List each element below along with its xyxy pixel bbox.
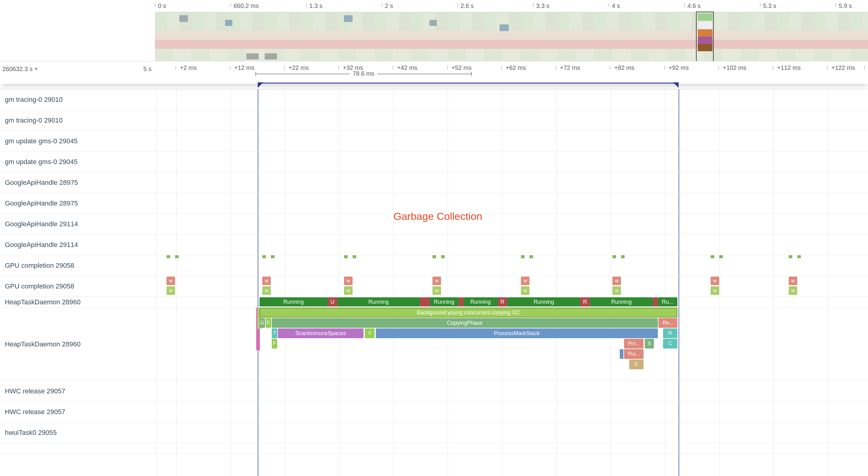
slice-w[interactable]: w [711,286,719,295]
zoom-tick: +102 ms [719,64,746,71]
slice-state-running[interactable]: Running [430,297,459,307]
track-row-heap-daemon-flame[interactable]: HeapTaskDaemon 28960 Background young co… [0,308,868,381]
track-row-heap-daemon-state[interactable]: HeapTaskDaemon 28960 RunningURunningRunn… [0,297,868,308]
slice[interactable]: G [259,318,265,328]
overview-minimap[interactable] [155,12,868,61]
slice-w[interactable]: w [432,277,441,285]
slice[interactable]: E [629,359,644,369]
slice-w[interactable]: w [789,277,797,285]
track-row-gpu-completion[interactable]: GPU completion 29058 [0,255,868,276]
slice-tick[interactable] [344,255,348,258]
slice-tick[interactable] [262,255,266,258]
slice-state-other[interactable]: R [580,297,590,307]
slice-tick[interactable] [613,255,616,258]
slice-tick[interactable] [621,255,625,258]
slice-tick[interactable] [271,255,275,258]
track-label: GoogleApiHandle 28975 [5,179,78,187]
track-row[interactable]: gm update gms-0 29045 [0,131,868,152]
slice-state-running[interactable]: Running [464,297,498,307]
track-row[interactable]: gm tracing-0 29010 [0,89,868,110]
slice-state-other[interactable] [653,297,658,307]
slice-w[interactable]: w [344,286,352,295]
slice[interactable]: T [272,328,277,338]
trace-viewer[interactable]: 0 s 660.2 ms 1.3 s 2 s 2.6 s 3.3 s 4 s 4… [0,0,868,476]
slice-w[interactable]: w [432,286,441,295]
slice[interactable]: Pro... [624,349,644,359]
zoom-tick: +12 ms [230,64,254,71]
slice-tick[interactable] [432,255,436,258]
slice-tick[interactable] [719,255,723,258]
slice-tick[interactable] [797,255,801,258]
track-label: HWC release 29057 [5,408,65,416]
track-label: GPU completion 29058 [5,282,74,290]
slice-w[interactable]: w [521,286,529,295]
slice-w[interactable]: w [789,286,797,295]
slice-w[interactable]: w [711,277,719,285]
slice-tick[interactable] [529,255,533,258]
overview-tick: 0 s [155,0,166,12]
slice[interactable] [620,349,623,359]
slice-w[interactable]: w [613,286,621,295]
selection-duration: 78.6 ms [255,70,471,79]
track-row[interactable]: GoogleApiHandle 29114 [0,234,868,255]
overview-ruler[interactable]: 0 s 660.2 ms 1.3 s 2 s 2.6 s 3.3 s 4 s 4… [155,0,868,12]
zoom-tick: +72 ms [556,64,580,71]
track-label: GPU completion 29058 [5,262,74,269]
slice-tick[interactable] [711,255,714,258]
slice-state-other[interactable] [459,297,464,307]
slice-w[interactable]: w [262,286,271,295]
slice-tick[interactable] [352,255,356,258]
zoom-tick: +62 ms [502,64,526,71]
track-row[interactable]: GoogleApiHandle 28975 [0,193,868,214]
slice-tick[interactable] [441,255,445,258]
zoom-tick: +112 ms [773,64,801,71]
slice[interactable]: C [663,339,677,349]
slice-process-mark-stack[interactable]: ProcessMarkStack [376,328,658,338]
slice[interactable]: Pro... [624,339,644,349]
slice-tick[interactable] [166,255,170,258]
slice-tick[interactable] [789,255,793,258]
slice-state-other[interactable] [420,297,430,307]
slice-state-other[interactable]: R [498,297,507,307]
slice-state-running[interactable]: Running [590,297,653,307]
slice[interactable]: F [266,318,271,328]
track-row[interactable]: GoogleApiHandle 29114 [0,214,868,234]
track-label: gm tracing-0 29010 [5,96,63,104]
slice-bg-gc[interactable]: Background young concurrent copying GC [259,308,677,317]
slice-tick[interactable] [175,255,179,258]
track-row[interactable] [0,443,868,454]
track-label: gm update gms-0 29045 [5,158,78,166]
track-row[interactable]: GoogleApiHandle 28975 [0,172,868,193]
slice-tick[interactable] [521,255,525,258]
track-row[interactable]: HWC release 29057 [0,381,868,402]
slice-state-other[interactable]: U [328,297,337,307]
slice[interactable]: R [663,328,677,338]
track-row[interactable]: gm tracing-0 29010 [0,110,868,131]
slice-w[interactable]: w [613,277,621,285]
slice-state-running[interactable]: Running [507,297,580,307]
slice-w[interactable]: w [166,286,175,295]
slice-state-running[interactable]: Ru... [658,297,677,307]
slice-copying-phase[interactable]: CopyingPhase [272,318,658,328]
tracks-area[interactable]: gm tracing-0 29010 gm tracing-0 29010 gm… [0,89,868,476]
slice-state-running[interactable]: Running [259,297,328,307]
track-row-gpu-completion[interactable]: GPU completion 29058 wwwwwwwwwwwwwwww [0,276,868,297]
track-label: HWC release 29057 [5,387,65,395]
slice-w[interactable]: w [262,277,271,285]
slice-scan-immune[interactable]: ScanImmuneSpaces [278,328,364,338]
overview-tick: 2 s [382,0,393,12]
slice-w[interactable]: w [521,277,529,285]
overview-tick: 5.9 s [836,0,852,12]
slice[interactable]: Re... [658,318,677,328]
slice[interactable]: V [365,328,374,338]
track-row[interactable]: gm update gms-0 29045 [0,152,868,172]
slice[interactable]: F [272,339,277,349]
slice-state-running[interactable]: Running [337,297,420,307]
track-label: hwuiTask0 29055 [5,429,57,437]
slice-w[interactable]: w [166,277,175,285]
track-row[interactable]: HWC release 29057 [0,402,868,422]
track-label: GoogleApiHandle 29114 [5,241,78,249]
track-row[interactable]: hwuiTask0 29055 [0,422,868,443]
slice-w[interactable]: w [344,277,352,285]
slice[interactable]: S [645,339,654,349]
